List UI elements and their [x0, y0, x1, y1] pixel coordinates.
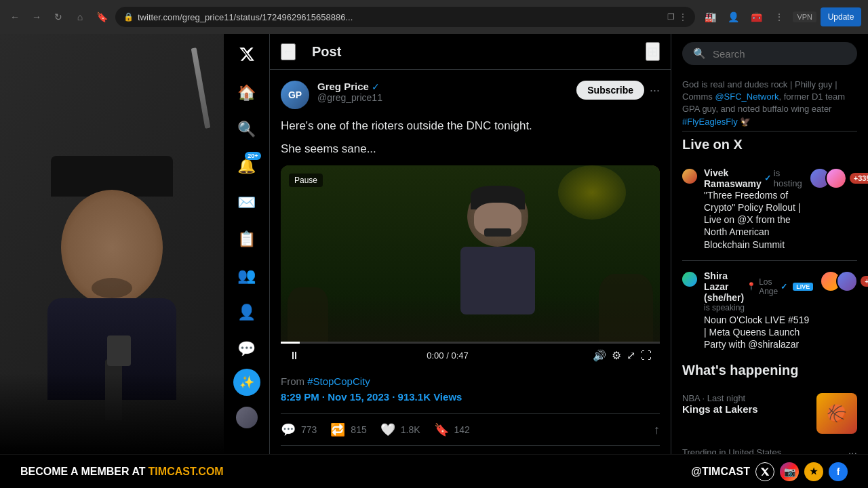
similar-posts-row[interactable]: ✨ See similar posts →	[281, 446, 660, 454]
live-title-1: "Three Freedoms of Crypto" Policy Rollou…	[704, 189, 802, 251]
refresh-button[interactable]: ↻	[50, 9, 66, 25]
banner-right: @TIMCAST 📷 ★ f	[691, 462, 848, 481]
timestamp-text: 8:29 PM · Nov 15, 2023 ·	[281, 391, 398, 403]
avatar-stack-2	[820, 270, 858, 292]
bookmark-button[interactable]: 🔖	[94, 9, 110, 25]
browser-chrome: ← → ↻ ⌂ 🔖 🔒 twitter.com/greg_price11/sta…	[0, 0, 868, 34]
mute-button[interactable]: 🔊	[593, 349, 606, 362]
bookmark-stat[interactable]: 🔖 142	[434, 422, 470, 437]
bookmark-icon: 🔖	[434, 422, 449, 437]
post-text-2: She seems sane...	[281, 140, 660, 158]
author-avatar[interactable]: GP	[281, 81, 309, 109]
avatar-stack-1	[809, 167, 847, 189]
subscribe-button[interactable]: Subscribe	[576, 81, 644, 100]
post-header-left: ← Post	[281, 43, 341, 60]
author-info: Greg Price ✓ @greg_price11	[317, 81, 568, 103]
live-item-1[interactable]: Vivek Ramaswamy ✓ is hosting "Three Free…	[682, 161, 857, 258]
speaking-badge: LIVE	[793, 283, 813, 291]
author-name-row: Greg Price ✓	[317, 81, 568, 92]
happening-item-nba[interactable]: NBA · Last night Kings at Lakers 🏀	[682, 386, 857, 441]
live-count-1: +335	[850, 173, 868, 184]
back-button[interactable]: ←	[281, 43, 296, 60]
live-av-4	[836, 270, 858, 292]
fullscreen-button[interactable]: ⛶	[641, 350, 652, 362]
like-stat[interactable]: 🤍 1.8K	[380, 422, 420, 437]
comments-stat[interactable]: 💬 773	[281, 422, 317, 437]
happening-nba-info: NBA · Last night Kings at Lakers	[682, 393, 810, 415]
live-host-avatar-2	[682, 272, 697, 287]
post-stats: 💬 773 🔁 815 🤍 1.8K 🔖 142	[281, 413, 660, 446]
bio-snippet: God is real and dudes rock | Philly guy …	[682, 73, 857, 131]
post-header: ← Post ⊞	[270, 34, 671, 70]
sidebar-item-messages[interactable]: ✉️	[230, 186, 264, 220]
video-progress-bar[interactable]	[281, 342, 660, 344]
verified-icon: ✓	[372, 81, 380, 92]
likes-count: 1.8K	[401, 424, 420, 435]
share-button[interactable]: ↑	[654, 423, 660, 437]
search-bar[interactable]: 🔍	[682, 42, 857, 65]
trending-more-button[interactable]: ···	[848, 447, 857, 454]
facebook-social-button[interactable]: f	[829, 462, 848, 481]
pip-button[interactable]: ⤢	[627, 349, 635, 362]
search-icon: 🔍	[693, 47, 706, 60]
lists-icon: 📋	[237, 230, 256, 248]
instagram-social-button[interactable]: 📷	[780, 462, 799, 481]
user-avatar[interactable]	[236, 407, 258, 428]
sword-decoration	[191, 47, 211, 129]
settings-button[interactable]: ⚙	[612, 349, 621, 362]
video-player[interactable]: Pause ⏸ 0:00 / 0:47 🔊 ⚙ ⤢ ⛶	[281, 165, 660, 367]
location-text: Los Ange	[759, 277, 778, 296]
sidebar-item-home[interactable]: 🏠	[230, 76, 264, 110]
more-options-button[interactable]: ···	[650, 83, 660, 98]
notification-badge: 20+	[245, 152, 260, 160]
play-pause-button[interactable]: ⏸	[289, 350, 300, 362]
retweet-stat[interactable]: 🔁 815	[330, 422, 366, 437]
settings-button[interactable]: ⋮	[770, 7, 789, 26]
verified-icon-2: ✓	[781, 282, 787, 291]
live-status-1: is hosting	[774, 168, 802, 188]
search-input[interactable]	[713, 48, 846, 60]
sidebar-item-explore[interactable]: 🔍	[230, 113, 264, 146]
profile-button[interactable]: 👤	[724, 7, 743, 26]
main-content: 🏠 🔍 🔔 20+ ✉️ 📋 👥 👤 💬	[0, 34, 868, 454]
forward-button[interactable]: →	[28, 9, 45, 25]
update-button[interactable]: Update	[821, 7, 861, 26]
video-timestamp: 0:00 / 0:47	[308, 350, 587, 361]
sidebar-item-communities[interactable]: 👥	[230, 259, 264, 293]
sidebar-item-more[interactable]: 💬	[230, 332, 264, 366]
sidebar-item-profile[interactable]: 👤	[230, 296, 264, 329]
video-controls: ⏸ 0:00 / 0:47 🔊 ⚙ ⤢ ⛶	[281, 344, 660, 367]
live-avatars-2: +25	[820, 270, 868, 292]
star-social-button[interactable]: ★	[804, 462, 823, 481]
live-host-info-2: Shira Lazar (she/her) 📍 Los Ange ✓ LIVE …	[704, 270, 813, 351]
x-social-button[interactable]	[755, 462, 774, 481]
hashtag-link[interactable]: #StopCopCity	[307, 375, 370, 387]
messages-icon: ✉️	[237, 194, 256, 211]
from-hashtag: From #StopCopCity	[281, 375, 660, 387]
webcam-background	[0, 34, 224, 454]
post-view: ← Post ⊞ GP Greg Price ✓ @greg_price11	[270, 34, 671, 454]
home-button[interactable]: ⌂	[72, 9, 88, 25]
live-item-2[interactable]: Shira Lazar (she/her) 📍 Los Ange ✓ LIVE …	[682, 264, 857, 358]
sidebar-item-lists[interactable]: 📋	[230, 222, 264, 256]
sidebar-item-notifications[interactable]: 🔔 20+	[230, 149, 264, 183]
extensions2-button[interactable]: 🧰	[747, 7, 766, 26]
video-ctrl-right: 🔊 ⚙ ⤢ ⛶	[593, 349, 652, 362]
happening-item-trending[interactable]: Trending in United States Bay Bridge 1,7…	[682, 441, 857, 454]
explore-icon: 🔍	[237, 121, 256, 138]
bottom-banner: BECOME A MEMBER AT TIMCAST.COM @TIMCAST …	[0, 454, 868, 488]
extensions-button[interactable]: 🏭	[701, 7, 719, 26]
compose-button[interactable]: ✨	[233, 369, 260, 396]
nba-label: NBA · Last night	[682, 393, 810, 403]
home-icon: 🏠	[237, 84, 256, 102]
live-host-name-1: Vivek Ramaswamy ✓ is hosting	[704, 167, 802, 189]
post-author: GP Greg Price ✓ @greg_price11 Subscribe …	[281, 81, 660, 109]
twitter-logo[interactable]	[233, 41, 260, 68]
author-handle: @greg_price11	[317, 92, 568, 103]
live-host-name-2: Shira Lazar (she/her) 📍 Los Ange ✓ LIVE	[704, 270, 813, 303]
comments-count: 773	[301, 424, 317, 435]
right-sidebar: 🔍 God is real and dudes rock | Philly gu…	[671, 34, 868, 454]
layout-button[interactable]: ⊞	[646, 42, 660, 61]
back-button[interactable]: ←	[7, 9, 23, 25]
url-bar[interactable]: 🔒 twitter.com/greg_price11/status/172496…	[115, 7, 695, 27]
